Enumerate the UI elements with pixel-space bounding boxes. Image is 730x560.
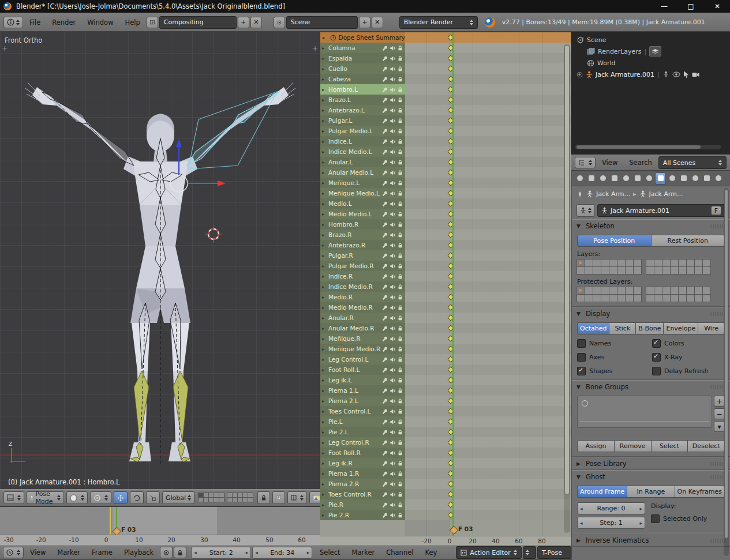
channel-name-cell[interactable]: Pie 2.L xyxy=(320,427,405,437)
channel-key-lane[interactable] xyxy=(405,261,571,271)
checkbox-names[interactable]: Names xyxy=(577,339,650,348)
channel-modifier-icon[interactable] xyxy=(382,502,388,508)
channel-mute-icon[interactable] xyxy=(390,336,396,342)
channel-modifier-icon[interactable] xyxy=(382,55,388,62)
delete-screen-button[interactable]: ✕ xyxy=(250,17,262,28)
channel-lock-icon[interactable] xyxy=(397,201,403,207)
render-engine-select[interactable]: Blender Render xyxy=(399,16,478,29)
dopesheet-ruler[interactable]: -20020406080 xyxy=(320,536,571,545)
properties-tab-modifiers[interactable] xyxy=(643,172,654,185)
channel-mute-icon[interactable] xyxy=(390,356,396,363)
menu-ds-channel[interactable]: Channel xyxy=(381,548,418,557)
panel-pose-library-header[interactable]: ▶ Pose Library xyxy=(572,457,730,470)
keying-lock-button[interactable] xyxy=(174,547,186,558)
channel-key-lane[interactable] xyxy=(405,396,571,406)
layer-toggle[interactable] xyxy=(670,259,679,267)
dopesheet-channel-row[interactable]: Antebrazo.L xyxy=(320,105,571,115)
channel-modifier-icon[interactable] xyxy=(382,460,388,467)
channel-modifier-icon[interactable] xyxy=(382,356,388,363)
dopesheet-channel-row[interactable]: Pie 2.R xyxy=(320,510,571,520)
channel-lock-icon[interactable] xyxy=(397,356,403,363)
pivot-point-select[interactable] xyxy=(90,491,111,504)
snap-magnet-toggle[interactable] xyxy=(272,491,285,504)
channel-key-lane[interactable] xyxy=(405,281,571,292)
layer-toggle[interactable] xyxy=(678,294,687,302)
channel-name-cell[interactable]: Meñique.L xyxy=(320,178,405,188)
channel-modifier-icon[interactable] xyxy=(382,315,388,321)
channel-lock-icon[interactable] xyxy=(397,180,403,186)
layer-toggle[interactable] xyxy=(662,259,671,267)
layer-toggle[interactable] xyxy=(593,287,601,295)
layer-toggle[interactable] xyxy=(662,294,671,302)
channel-mute-icon[interactable] xyxy=(390,502,396,508)
menu-window[interactable]: Window xyxy=(82,18,118,27)
assign-button[interactable]: Assign xyxy=(577,440,615,452)
channel-modifier-icon[interactable] xyxy=(382,159,388,166)
channel-mute-icon[interactable] xyxy=(390,190,396,197)
channel-name-cell[interactable]: Pie.L xyxy=(320,416,405,427)
menu-help[interactable]: Help xyxy=(120,18,145,27)
channel-name-cell[interactable]: Pie.R xyxy=(320,499,405,510)
channel-mute-icon[interactable] xyxy=(390,118,396,124)
dopesheet-mode-select[interactable]: Action Editor xyxy=(456,546,522,559)
cursor-3d[interactable] xyxy=(205,225,222,243)
panel-expand-icon[interactable]: ▼ xyxy=(576,223,582,229)
channel-name-cell[interactable]: Cuello xyxy=(320,63,405,74)
properties-tab-world[interactable] xyxy=(609,172,620,185)
channel-key-lane[interactable] xyxy=(405,271,571,281)
channel-name-cell[interactable]: Meñique Medio.L xyxy=(320,188,405,198)
channel-lock-icon[interactable] xyxy=(397,398,403,404)
layer-toggle[interactable] xyxy=(585,266,593,275)
checkbox-x-ray[interactable]: X-Ray xyxy=(652,353,725,362)
layer-toggle[interactable] xyxy=(646,259,654,267)
layer-toggle[interactable] xyxy=(654,259,662,267)
dopesheet-channel-row[interactable]: Medio.L xyxy=(320,198,571,209)
menu-tl-view[interactable]: View xyxy=(25,548,51,557)
channel-mute-icon[interactable] xyxy=(390,305,396,311)
layer-toggle[interactable] xyxy=(702,259,711,267)
channel-key-lane[interactable] xyxy=(405,188,571,198)
channel-lock-icon[interactable] xyxy=(397,491,403,498)
select-button[interactable]: Select xyxy=(652,440,688,452)
panel-display-header[interactable]: ▼ Display xyxy=(572,307,730,320)
channel-key-lane[interactable] xyxy=(405,178,571,188)
channel-modifier-icon[interactable] xyxy=(382,284,388,290)
channel-modifier-icon[interactable] xyxy=(382,107,388,114)
outliner-item-scene[interactable]: Scene xyxy=(572,34,730,46)
scene-select[interactable]: Scene xyxy=(286,16,358,29)
ghost-range-field[interactable]: ◂ Range: 0 ▸ xyxy=(577,502,645,514)
channel-mute-icon[interactable] xyxy=(390,273,396,280)
editor-type-outliner-button[interactable] xyxy=(575,157,596,168)
frame-end-field[interactable]: ◂ End: 34 ▸ xyxy=(252,547,312,559)
channel-modifier-icon[interactable] xyxy=(382,325,388,332)
layer-toggle[interactable] xyxy=(702,287,711,295)
channel-expand-icon[interactable] xyxy=(322,357,327,362)
menu-ds-marker[interactable]: Marker xyxy=(346,548,380,557)
dopesheet-channel-row[interactable]: Pie.L xyxy=(320,416,571,427)
channel-expand-icon[interactable] xyxy=(322,253,327,258)
channel-modifier-icon[interactable] xyxy=(382,253,388,259)
layer-toggle[interactable] xyxy=(646,266,654,275)
channel-lock-icon[interactable] xyxy=(397,325,403,332)
channel-lock-icon[interactable] xyxy=(397,346,403,352)
channel-name-cell[interactable]: Pulgar.R xyxy=(320,250,405,261)
layer-toggle[interactable] xyxy=(678,287,687,295)
channel-lock-icon[interactable] xyxy=(397,66,403,72)
channel-mute-icon[interactable] xyxy=(390,491,396,498)
scrollbar-thumb[interactable] xyxy=(724,189,728,539)
channel-key-lane[interactable] xyxy=(405,427,571,437)
channel-key-lane[interactable] xyxy=(405,510,571,520)
channel-lock-icon[interactable] xyxy=(397,315,403,321)
channel-lock-icon[interactable] xyxy=(397,253,403,259)
layer-toggle[interactable] xyxy=(625,266,634,275)
layer-toggle[interactable] xyxy=(702,266,711,275)
ghost-mode-on-keyframes[interactable]: On Keyframes xyxy=(675,486,725,498)
dopesheet-channel-row[interactable]: Pulgar.R xyxy=(320,250,571,261)
properties-tab-bone[interactable] xyxy=(667,172,677,185)
channel-modifier-icon[interactable] xyxy=(382,336,388,342)
channel-mute-icon[interactable] xyxy=(390,408,396,415)
channel-modifier-icon[interactable] xyxy=(382,346,388,352)
channel-key-lane[interactable] xyxy=(405,157,571,167)
channel-name-cell[interactable]: Toes Control.L xyxy=(320,406,405,416)
channel-key-lane[interactable] xyxy=(405,406,571,416)
